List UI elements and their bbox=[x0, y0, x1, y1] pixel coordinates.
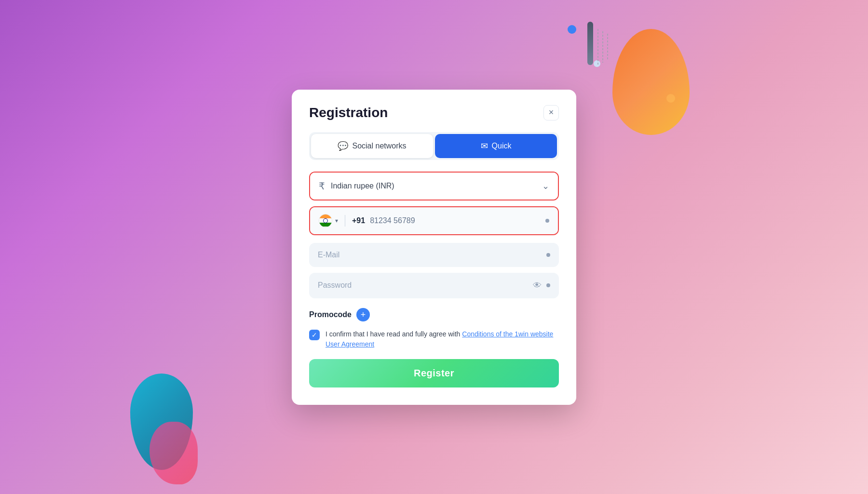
agreement-text: I confirm that I have read and fully agr… bbox=[326, 329, 559, 349]
tab-social-label: Social networks bbox=[352, 142, 406, 150]
bg-decoration-orange-shape bbox=[612, 29, 690, 135]
add-promocode-button[interactable]: + bbox=[356, 308, 370, 321]
bg-decoration-lines bbox=[593, 27, 610, 67]
tab-quick-label: Quick bbox=[492, 142, 512, 150]
chevron-down-icon: ⌄ bbox=[542, 181, 549, 191]
phone-number-placeholder[interactable]: 81234 56789 bbox=[370, 216, 541, 225]
close-button[interactable]: × bbox=[543, 105, 559, 120]
tab-quick[interactable]: ✉ Quick bbox=[435, 134, 557, 158]
password-dot-indicator bbox=[546, 283, 550, 287]
bg-decoration-blue-dot bbox=[568, 25, 576, 34]
agreement-checkbox[interactable]: ✓ bbox=[309, 330, 320, 340]
form-fields: ₹ Indian rupee (INR) ⌄ ▾ +91 bbox=[309, 172, 559, 235]
phone-divider bbox=[345, 215, 345, 227]
registration-modal: Registration × 💬 Social networks ✉ Quick… bbox=[292, 90, 576, 405]
email-dot-indicator bbox=[546, 253, 550, 257]
phone-dot-indicator bbox=[545, 219, 549, 223]
password-placeholder: Password bbox=[318, 281, 528, 290]
email-field[interactable]: E-Mail bbox=[309, 243, 559, 267]
modal-title: Registration bbox=[309, 105, 388, 120]
promocode-label: Promocode bbox=[309, 310, 352, 319]
tab-social-networks[interactable]: 💬 Social networks bbox=[311, 134, 433, 158]
flag-ashoka-wheel bbox=[323, 218, 328, 223]
currency-value: Indian rupee (INR) bbox=[331, 182, 536, 190]
currency-select[interactable]: ₹ Indian rupee (INR) ⌄ bbox=[310, 173, 558, 200]
bg-decoration-light-dot bbox=[594, 60, 600, 67]
flag-bot-stripe bbox=[319, 223, 332, 227]
phone-input-row: ▾ +91 81234 56789 bbox=[310, 207, 558, 234]
modal-header: Registration × bbox=[309, 105, 559, 120]
register-button[interactable]: Register bbox=[309, 359, 559, 387]
phone-field-wrapper: ▾ +91 81234 56789 bbox=[309, 206, 559, 235]
email-placeholder: E-Mail bbox=[318, 251, 542, 259]
tabs-container: 💬 Social networks ✉ Quick bbox=[309, 132, 559, 160]
country-code: +91 bbox=[352, 216, 365, 225]
promocode-row: Promocode + bbox=[309, 308, 559, 321]
india-flag bbox=[319, 214, 332, 227]
agreement-row: ✓ I confirm that I have read and fully a… bbox=[309, 329, 559, 349]
bg-decoration-pink-blob bbox=[149, 422, 198, 484]
agreement-text-before: I confirm that I have read and fully agr… bbox=[326, 330, 462, 338]
eye-icon[interactable]: 👁 bbox=[533, 280, 542, 291]
country-selector[interactable]: ▾ bbox=[319, 214, 338, 227]
quick-icon: ✉ bbox=[481, 141, 488, 151]
bg-decoration-teal-shape bbox=[130, 374, 193, 470]
flag-chevron-icon: ▾ bbox=[335, 217, 338, 224]
social-networks-icon: 💬 bbox=[338, 141, 348, 151]
rupee-icon: ₹ bbox=[319, 180, 325, 192]
password-field[interactable]: Password 👁 bbox=[309, 273, 559, 298]
currency-field-wrapper: ₹ Indian rupee (INR) ⌄ bbox=[309, 172, 559, 200]
bg-decoration-white-dot bbox=[666, 94, 675, 103]
bg-decoration-pill bbox=[587, 22, 593, 65]
